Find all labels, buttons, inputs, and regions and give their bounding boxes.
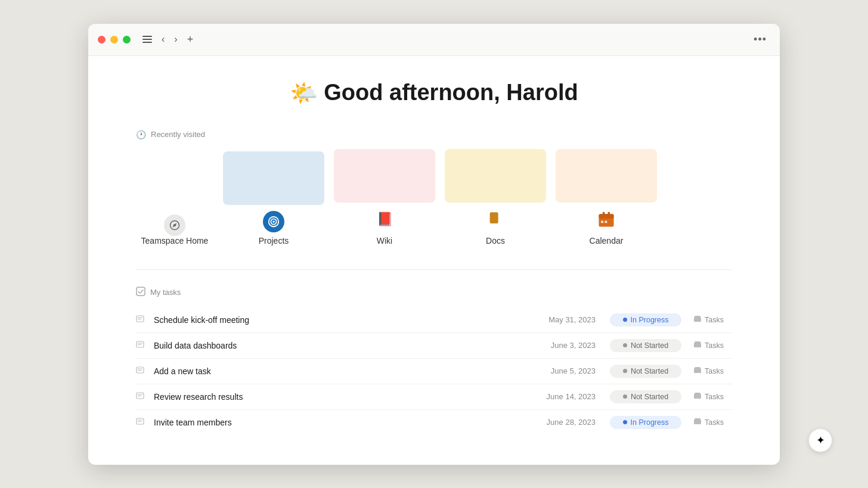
task-type[interactable]: Tasks [693, 315, 732, 325]
tasks-check-icon [136, 287, 145, 298]
task-type[interactable]: Tasks [693, 366, 732, 376]
task-type-icon [693, 366, 702, 376]
target-icon [263, 211, 284, 232]
card-teamspace-home[interactable]: Teamspace Home [136, 168, 213, 245]
greeting-emoji: 🌤️ [290, 80, 318, 106]
wiki-thumbnail [334, 149, 435, 203]
docs-icon-row: Docs [485, 209, 506, 245]
status-dot [623, 369, 627, 373]
task-row[interactable]: Invite team members June 28, 2023 In Pro… [136, 410, 732, 435]
card-docs[interactable]: Docs [445, 149, 546, 245]
card-calendar[interactable]: Calendar [556, 149, 657, 245]
add-page-button[interactable]: + [185, 32, 196, 47]
task-row[interactable]: Build data dashboards June 3, 2023 Not S… [136, 333, 732, 359]
status-text: Not Started [631, 367, 668, 375]
projects-label: Projects [259, 236, 289, 245]
task-date: June 3, 2023 [530, 341, 596, 350]
card-wiki[interactable]: 📕 Wiki [334, 149, 435, 245]
svg-rect-32 [694, 420, 701, 424]
svg-rect-7 [599, 214, 613, 219]
recently-visited-section: 🕐 Recently visited Teamspace Home [136, 130, 732, 245]
status-badge[interactable]: Not Started [610, 339, 681, 352]
task-type-label: Tasks [705, 341, 724, 350]
main-content: 🌤️ Good afternoon, Harold 🕐 Recently vis… [88, 56, 780, 465]
task-type[interactable]: Tasks [693, 391, 732, 402]
forward-button[interactable]: › [172, 33, 179, 46]
recently-visited-header: 🕐 Recently visited [136, 130, 732, 139]
task-date: June 14, 2023 [530, 392, 596, 401]
calendar-thumbnail [556, 149, 657, 203]
svg-rect-9 [607, 212, 610, 215]
titlebar-right: ••• [750, 32, 770, 47]
task-item-icon [136, 340, 147, 350]
svg-marker-1 [173, 223, 176, 226]
task-type-icon [693, 340, 702, 350]
calendar-icon [596, 209, 617, 230]
task-type-label: Tasks [705, 367, 724, 375]
svg-rect-10 [601, 220, 603, 223]
back-button[interactable]: ‹ [159, 33, 167, 46]
task-item-icon [136, 417, 147, 427]
calendar-label: Calendar [590, 236, 624, 245]
hamburger-icon [142, 36, 152, 43]
menu-button[interactable] [140, 35, 154, 44]
svg-rect-16 [694, 318, 701, 322]
my-tasks-header: My tasks [136, 287, 732, 298]
task-name: Add a new task [154, 366, 523, 376]
docs-icon [485, 209, 506, 230]
svg-rect-20 [694, 343, 701, 347]
task-type[interactable]: Tasks [693, 417, 732, 427]
status-text: Not Started [631, 393, 668, 401]
task-row[interactable]: Review research results June 14, 2023 No… [136, 384, 732, 410]
task-type-label: Tasks [705, 418, 724, 427]
task-name: Build data dashboards [154, 341, 523, 350]
status-badge[interactable]: Not Started [610, 390, 681, 403]
task-type[interactable]: Tasks [693, 340, 732, 350]
status-text: In Progress [631, 316, 669, 324]
more-options-button[interactable]: ••• [750, 32, 770, 47]
close-button[interactable] [98, 36, 106, 43]
minimize-button[interactable] [110, 36, 118, 43]
svg-rect-28 [694, 394, 701, 399]
task-name: Schedule kick-off meeting [154, 315, 523, 325]
titlebar-icons: ‹ › + [140, 32, 196, 47]
docs-label: Docs [486, 236, 505, 245]
svg-rect-11 [604, 220, 607, 223]
task-type-label: Tasks [705, 393, 724, 401]
task-item-icon [136, 315, 147, 325]
status-dot [623, 420, 627, 424]
greeting-message: Good afternoon, Harold [324, 80, 578, 105]
projects-icon-row: Projects [259, 211, 289, 245]
status-badge[interactable]: In Progress [610, 313, 681, 327]
recently-visited-label: Recently visited [151, 130, 205, 139]
greeting-section: 🌤️ Good afternoon, Harold [136, 80, 732, 106]
wiki-icon: 📕 [374, 209, 395, 230]
docs-thumbnail [445, 149, 546, 203]
wiki-icon-row: 📕 Wiki [374, 209, 395, 245]
forward-arrow-icon: › [174, 34, 177, 45]
task-date: June 28, 2023 [530, 418, 596, 427]
svg-rect-5 [490, 212, 498, 223]
task-row[interactable]: Add a new task June 5, 2023 Not Started [136, 359, 732, 384]
status-dot [623, 394, 627, 399]
greeting-text: 🌤️ Good afternoon, Harold [136, 80, 732, 106]
task-name: Review research results [154, 392, 523, 402]
task-type-icon [693, 417, 702, 427]
task-type-label: Tasks [705, 316, 724, 324]
calendar-icon-row: Calendar [590, 209, 624, 245]
task-type-icon [693, 315, 702, 325]
task-row[interactable]: Schedule kick-off meeting May 31, 2023 I… [136, 307, 732, 333]
svg-rect-12 [137, 287, 145, 296]
compass-icon [164, 215, 185, 236]
status-badge[interactable]: In Progress [610, 416, 681, 429]
status-badge[interactable]: Not Started [610, 365, 681, 378]
task-item-icon [136, 391, 147, 402]
back-arrow-icon: ‹ [162, 34, 165, 45]
task-type-icon [693, 391, 702, 402]
titlebar: ‹ › + ••• [88, 24, 780, 56]
traffic-lights [98, 36, 131, 43]
svg-rect-8 [603, 212, 605, 215]
task-date: June 5, 2023 [530, 366, 596, 375]
card-projects[interactable]: Projects [223, 151, 324, 245]
maximize-button[interactable] [123, 36, 131, 43]
